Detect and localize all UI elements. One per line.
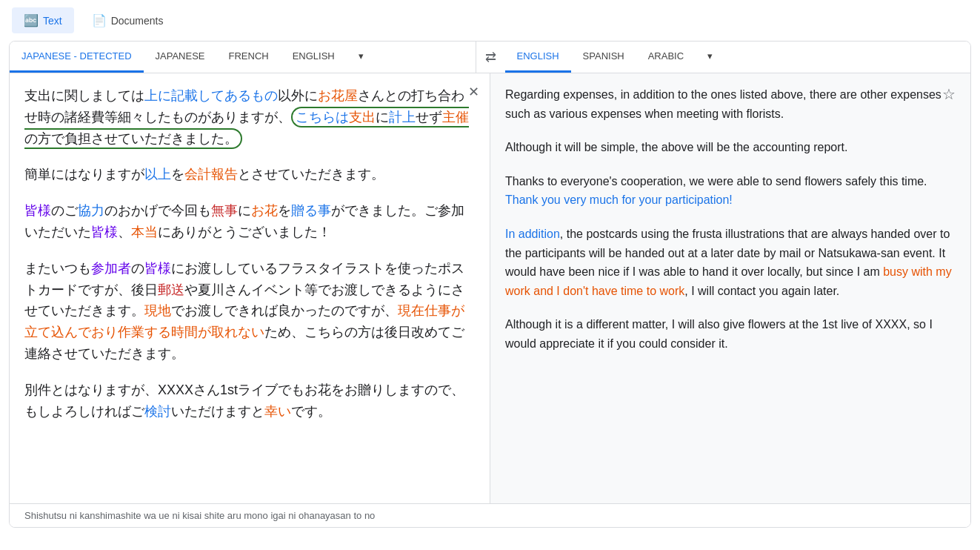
source-paragraph-2: 簡単にはなりますが以上を会計報告とさせていただきます。: [24, 164, 475, 185]
language-bar: JAPANESE - DETECTED JAPANESE FRENCH ENGL…: [10, 42, 970, 73]
source-text-4c: の: [131, 261, 144, 276]
translation-text-2: Although it will be simple, the above wi…: [505, 141, 847, 153]
documents-button[interactable]: 📄 Documents: [80, 7, 176, 33]
target-language-bar: ENGLISH SPANISH ARABIC ▾: [505, 42, 971, 73]
source-paragraph-1: 支出に関しましては上に記載してあるもの以外にお花屋さんとの打ち合わせ時の諸経費等…: [24, 85, 475, 149]
translation-text-3: Thanks to everyone's cooperation, we wer…: [505, 175, 927, 188]
translate-icon: 🔤: [24, 13, 39, 27]
swap-languages-button[interactable]: ⇄: [476, 43, 505, 71]
source-text-4d: 皆様: [144, 261, 171, 276]
translation-container: JAPANESE - DETECTED JAPANESE FRENCH ENGL…: [9, 41, 971, 528]
source-paragraph-5: 別件とはなりますが、XXXXさん1stライブでもお花をお贈りしますので、もしよろ…: [24, 380, 475, 423]
source-text-3m: 本当: [131, 225, 158, 239]
document-icon: 📄: [92, 13, 107, 27]
source-text-2c: を: [171, 167, 184, 182]
chevron-down-icon: ▾: [359, 50, 364, 62]
translation-paragraph-3: Thanks to everyone's cooperation, we wer…: [505, 172, 956, 210]
source-text-1k: 主催: [442, 110, 469, 125]
toolbar: 🔤 Text 📄 Documents: [0, 0, 980, 41]
target-tab-arabic[interactable]: ARABIC: [636, 42, 696, 73]
source-text-5c: いただけますと: [171, 404, 264, 419]
translation-text-4a: In addition: [505, 228, 560, 240]
source-text-1g: 支出: [349, 110, 376, 125]
source-text-3h: を: [278, 203, 291, 218]
star-button[interactable]: ☆: [942, 85, 956, 103]
source-text-2a: 簡単にはなりますが: [24, 167, 144, 182]
source-text-4f: 郵送: [158, 282, 184, 297]
translation-text-5: Although it is a different matter, I wil…: [505, 318, 933, 350]
source-text-3k: 皆様: [91, 225, 118, 239]
translation-paragraph-2: Although it will be simple, the above wi…: [505, 138, 956, 157]
source-tab-japanese[interactable]: JAPANESE: [144, 42, 217, 73]
source-text-3c: 協力: [78, 203, 104, 218]
source-text-1f: こちらは: [296, 110, 349, 125]
transliteration-bar: Shishutsu ni kanshimashite wa ue ni kisa…: [10, 503, 970, 527]
panels: ✕ 支出に関しましては上に記載してあるもの以外にお花屋さんとの打ち合わせ時の諸経…: [10, 73, 970, 503]
source-text-3f: に: [238, 203, 251, 218]
source-paragraph-3: 皆様のご協力のおかげで今回も無事にお花を贈る事ができました。ご参加いただいた皆様…: [24, 200, 475, 243]
source-text-1c: 以外に: [278, 88, 318, 103]
translation-text: Regarding expenses, in addition to the o…: [505, 85, 956, 354]
source-text-4b: 参加者: [91, 261, 131, 276]
target-tab-more[interactable]: ▾: [696, 42, 724, 73]
source-text-5e: です。: [291, 404, 331, 419]
clear-source-button[interactable]: ✕: [468, 84, 479, 100]
source-tab-french[interactable]: FRENCH: [217, 42, 281, 73]
source-text-3a: 皆様: [24, 203, 51, 218]
source-tab-more[interactable]: ▾: [347, 42, 376, 73]
source-text-5d: 幸い: [264, 404, 291, 419]
source-text-2d: 会計報告: [184, 167, 238, 182]
source-panel: ✕ 支出に関しましては上に記載してあるもの以外にお花屋さんとの打ち合わせ時の諸経…: [10, 73, 490, 503]
source-text-3e: 無事: [211, 203, 238, 218]
text-button-label: Text: [43, 15, 62, 27]
source-text-4a: またいつも: [24, 261, 91, 276]
source-text-4h: 現地: [144, 303, 171, 318]
translation-panel: ☆ Regarding expenses, in addition to the…: [490, 73, 970, 503]
chevron-down-icon-target: ▾: [707, 50, 713, 62]
source-text-1i: 計上: [389, 110, 416, 125]
translation-text-4d: , I will contact you again later.: [684, 285, 839, 297]
source-text-3l: 、: [118, 225, 131, 239]
source-text-3g: お花: [251, 203, 278, 218]
source-text-1l: の方で負担させていただきました。: [24, 131, 238, 146]
text-button[interactable]: 🔤 Text: [12, 7, 74, 33]
source-tab-english[interactable]: ENGLISH: [281, 42, 347, 73]
source-text-5b: 検討: [144, 404, 171, 419]
translation-text-1: Regarding expenses, in addition to the o…: [505, 88, 941, 120]
source-tab-japanese-detected[interactable]: JAPANESE - DETECTED: [10, 42, 144, 73]
source-text-4i: でお渡しできれば良かったのですが、: [171, 303, 398, 318]
source-text-3d: のおかげで今回も: [104, 203, 211, 218]
source-text-2b: 以上: [144, 167, 171, 182]
translation-paragraph-1: Regarding expenses, in addition to the o…: [505, 85, 956, 123]
documents-button-label: Documents: [111, 15, 164, 27]
source-text-1j: せず: [416, 110, 442, 125]
transliteration-text: Shishutsu ni kanshimashite wa ue ni kisa…: [24, 510, 375, 521]
source-text-3b: のご: [51, 203, 78, 218]
target-tab-spanish[interactable]: SPANISH: [571, 42, 636, 73]
source-text-2e: とさせていただきます。: [238, 167, 384, 182]
translation-text-3b: Thank you very much for your participati…: [505, 193, 733, 206]
translation-paragraph-4: In addition, the postcards using the fru…: [505, 225, 956, 300]
source-text-3i: 贈る事: [291, 203, 331, 218]
target-tab-english[interactable]: ENGLISH: [505, 42, 571, 73]
source-text-1a: 支出に関しましては: [24, 88, 144, 103]
source-language-bar: JAPANESE - DETECTED JAPANESE FRENCH ENGL…: [10, 42, 476, 73]
source-text-1h: に: [376, 110, 389, 125]
source-paragraph-4: またいつも参加者の皆様にお渡ししているフラスタイラストを使ったポストカードですが…: [24, 258, 475, 365]
source-text-3n: にありがとうございました！: [158, 225, 331, 239]
translation-paragraph-5: Although it is a different matter, I wil…: [505, 315, 956, 353]
source-text-1d: お花屋: [318, 88, 358, 103]
source-text-1b: 上に記載してあるもの: [144, 88, 278, 103]
